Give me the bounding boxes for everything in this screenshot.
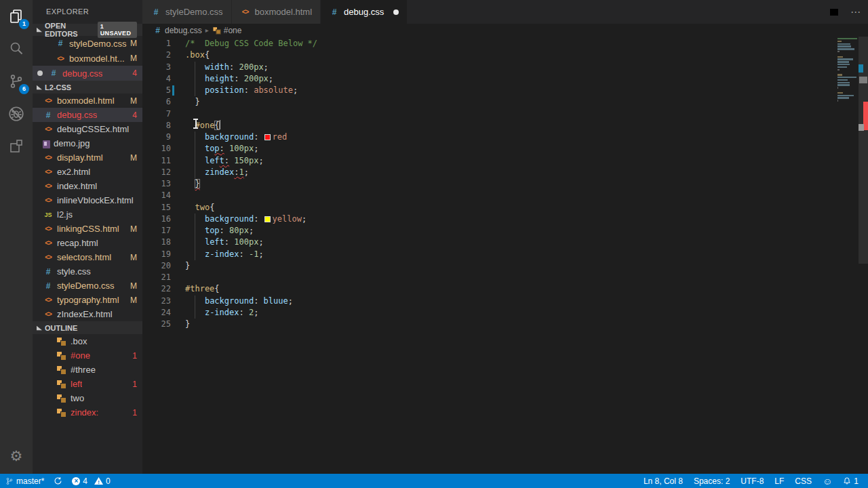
code-line[interactable]: 5 position: absolute; <box>142 85 837 96</box>
tabs: #styleDemo.css<>boxmodel.html#debug.css <box>142 0 408 24</box>
open-editor-item[interactable]: <>boxmodel.ht...M <box>33 51 142 66</box>
code-text: top: 80px; <box>171 225 254 237</box>
open-editors-header[interactable]: OPEN EDITORS 1 UNSAVED <box>33 24 142 36</box>
folder-header[interactable]: L2-CSS <box>33 81 142 94</box>
token <box>185 296 205 306</box>
settings-gear-icon[interactable]: ⚙ <box>0 441 33 471</box>
code-line[interactable]: 21 <box>142 272 837 283</box>
code-line[interactable]: 15 two{ <box>142 202 837 214</box>
code-line[interactable]: 22#three{ <box>142 283 837 295</box>
extensions-icon[interactable] <box>0 130 33 163</box>
git-status: M <box>130 96 137 106</box>
file-item[interactable]: demo.jpg <box>33 136 142 150</box>
file-item[interactable]: <>debugCSSEx.html <box>33 122 142 136</box>
file-item[interactable]: <>recap.html <box>33 236 142 250</box>
css-rule-symbol-icon <box>57 380 66 388</box>
code-line[interactable]: 16 background: yellow; <box>142 214 837 225</box>
git-branch-item[interactable]: master* <box>5 476 44 486</box>
problems-item[interactable]: × 4 0 <box>72 476 110 486</box>
file-item[interactable]: <>inlineVblockEx.html <box>33 193 142 207</box>
open-editor-item[interactable]: #debug.css4 <box>33 66 142 81</box>
file-item[interactable]: #debug.css4 <box>33 108 142 122</box>
code-line[interactable]: 11 left: 150px; <box>142 155 837 167</box>
code-line[interactable]: 14 <box>142 190 837 201</box>
code-line[interactable]: 25} <box>142 319 837 330</box>
overview-ruler[interactable] <box>859 37 868 474</box>
minimap-line <box>837 45 851 47</box>
css-rule-symbol-icon <box>213 27 220 34</box>
file-item[interactable]: <>display.htmlM <box>33 150 142 165</box>
code-line[interactable]: 2.box{ <box>142 49 837 61</box>
eol-item[interactable]: LF <box>774 476 784 486</box>
code-line[interactable]: 19 z-index: -1; <box>142 249 837 260</box>
js-file-icon: JS <box>43 211 54 218</box>
sync-icon[interactable] <box>54 476 62 485</box>
split-editor-icon[interactable] <box>829 7 840 18</box>
code-line[interactable]: 3 width: 200px; <box>142 62 837 73</box>
outline-item[interactable]: #one1 <box>33 348 142 363</box>
search-icon[interactable] <box>0 33 33 65</box>
breadcrumb-item[interactable]: #debug.css <box>153 26 202 35</box>
more-actions-icon[interactable]: ⋯ <box>850 6 861 18</box>
token: lef <box>205 156 220 165</box>
language-mode-item[interactable]: CSS <box>795 476 812 486</box>
feedback-smiley-icon[interactable]: ☺ <box>823 476 832 486</box>
tab-debug.css[interactable]: #debug.css <box>321 0 408 24</box>
code-line[interactable]: 10 top: 100px; <box>142 143 837 155</box>
code-text: } <box>171 96 200 108</box>
outline-item[interactable]: .box <box>33 334 142 348</box>
code-line[interactable]: 12 zindex:1; <box>142 167 837 178</box>
explorer-icon[interactable]: 1 <box>0 0 33 33</box>
debug-icon[interactable] <box>0 98 33 130</box>
outline-list: .box#one1#threeleft1twozindex:1 <box>33 334 142 420</box>
code-line[interactable]: 17 top: 80px; <box>142 225 837 237</box>
tab-boxmodel.html[interactable]: <>boxmodel.html <box>232 0 321 24</box>
code-text <box>171 108 185 120</box>
code-line[interactable]: 6 } <box>142 96 837 108</box>
file-item[interactable]: <>boxmodel.htmlM <box>33 94 142 108</box>
editor-content[interactable]: 1/* Debug CSS Code Below */2.box{3 width… <box>142 37 868 474</box>
file-item[interactable]: #styleDemo.cssM <box>33 279 142 293</box>
file-item[interactable]: <>zIndexEx.html <box>33 307 142 321</box>
notifications-bell-item[interactable]: 1 <box>843 476 859 486</box>
code-line[interactable]: 1/* Debug CSS Code Below */ <box>142 38 837 49</box>
tab-styleDemo.css[interactable]: #styleDemo.css <box>142 0 232 24</box>
open-editor-item[interactable]: #styleDemo.cssM <box>33 36 142 51</box>
file-item[interactable]: <>linkingCSS.htmlM <box>33 222 142 236</box>
code-line[interactable]: 20} <box>142 260 837 272</box>
outline-item[interactable]: left1 <box>33 377 142 391</box>
outline-item[interactable]: two <box>33 391 142 405</box>
code-line[interactable]: 23 background: bluue; <box>142 296 837 307</box>
source-control-icon[interactable]: 6 <box>0 65 33 98</box>
code-line[interactable]: 8 #one{ <box>142 120 837 131</box>
file-item[interactable]: <>ex2.html <box>33 165 142 179</box>
html-file-icon: <> <box>43 239 54 247</box>
token: background <box>205 132 254 142</box>
file-item[interactable]: <>typography.htmlM <box>33 293 142 307</box>
html-file-icon: <> <box>43 310 54 318</box>
open-changes-icon[interactable] <box>807 7 818 18</box>
file-item[interactable]: JSl2.js <box>33 207 142 222</box>
outline-item[interactable]: #three <box>33 363 142 377</box>
code-line[interactable]: 4 height: 200px; <box>142 73 837 85</box>
css-rule-symbol-icon <box>57 366 66 374</box>
code-line[interactable]: 18 left: 100px; <box>142 237 837 248</box>
line-number: 17 <box>142 225 171 237</box>
breadcrumb-item[interactable]: #one <box>212 26 242 35</box>
outline-item[interactable]: zindex:1 <box>33 405 142 420</box>
outline-header[interactable]: OUTLINE <box>33 321 142 334</box>
cursor-position-item[interactable]: Ln 8, Col 8 <box>644 476 683 486</box>
file-item[interactable]: <>index.html <box>33 179 142 193</box>
css-file-icon: # <box>153 26 162 35</box>
unsaved-dot-icon[interactable] <box>393 9 399 15</box>
minimap-line <box>837 92 843 94</box>
line-number: 6 <box>142 96 171 108</box>
indentation-item[interactable]: Spaces: 2 <box>694 476 730 486</box>
encoding-item[interactable]: UTF-8 <box>741 476 764 486</box>
code-line[interactable]: 24 z-index: 2; <box>142 307 837 319</box>
file-item[interactable]: #style.css <box>33 264 142 279</box>
file-item[interactable]: <>selectors.htmlM <box>33 250 142 264</box>
code-line[interactable]: 9 background: red <box>142 131 837 143</box>
code-line[interactable]: 7 <box>142 108 837 120</box>
code-line[interactable]: 13 } <box>142 178 837 190</box>
